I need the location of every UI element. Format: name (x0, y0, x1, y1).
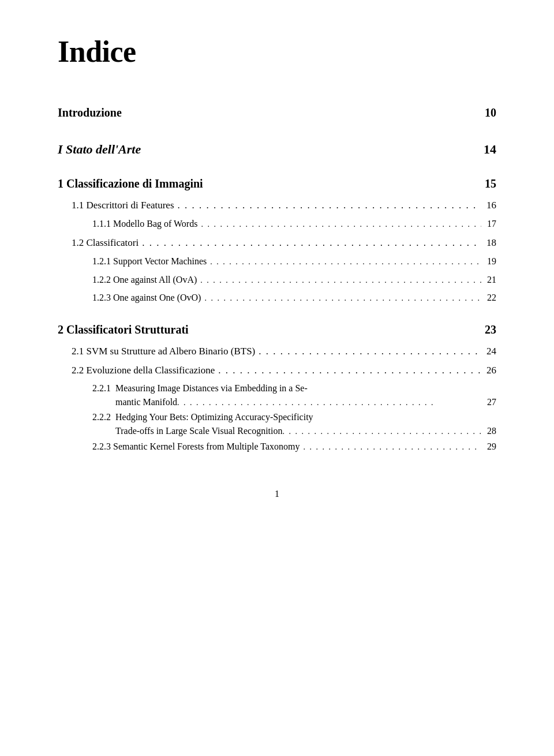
toc-dots-sec1-2-3 (204, 292, 481, 305)
toc-page-sec1-2-1: 19 (487, 254, 496, 269)
toc-entry-ch2: 2 Classificatori Strutturati 23 (58, 320, 496, 339)
toc-entry-sec1-2-1: 1.2.1 Support Vector Machines 19 (92, 254, 496, 269)
toc-dots-sec2-2 (218, 362, 481, 378)
toc-page-sec2-2-1: 27 (487, 395, 496, 409)
toc-entry-sec2-2-2: 2.2.2 Hedging Your Bets: Optimizing Accu… (92, 410, 496, 438)
toc-text-sec2-2-1: Measuring Image Distances via Embedding … (115, 381, 496, 409)
toc-dots-sec2-2-3 (303, 441, 481, 454)
toc-entry-sec1-2-2: 1.2.2 One against All (OvA) 21 (92, 272, 496, 287)
toc-page-sec1-1: 16 (486, 197, 496, 213)
toc-label-sec2-2-3: 2.2.3 Semantic Kernel Forests from Multi… (92, 439, 300, 454)
toc-label-sec1-1-1: 1.1.1 Modello Bag of Words (92, 216, 197, 231)
toc-dots-sec1-2-1 (210, 256, 481, 268)
toc-page-introduzione: 10 (485, 103, 496, 122)
toc-dots-sec1-2-2 (200, 274, 481, 287)
toc-label-introduzione: Introduzione (58, 103, 122, 122)
toc-entry-introduzione: Introduzione 10 (58, 103, 496, 122)
toc-entry-sec1-2-3: 1.2.3 One against One (OvO) 22 (92, 290, 496, 305)
toc-page-sec1-2-3: 22 (487, 290, 496, 305)
toc-entry-ch1: 1 Classificazione di Immagini 15 (58, 174, 496, 193)
toc-dots-sec1-2 (142, 235, 481, 250)
toc-entry-sec2-1: 2.1 SVM su Strutture ad Albero Binario (… (72, 343, 496, 359)
toc-entry-sec2-2-1: 2.2.1 Measuring Image Distances via Embe… (92, 381, 496, 409)
toc-entry-sec1-2: 1.2 Classificatori 18 (72, 235, 496, 250)
toc-label-sec1-2-3: 1.2.3 One against One (OvO) (92, 290, 201, 305)
toc-text-line1-sec2-2-1: Measuring Image Distances via Embedding … (115, 383, 308, 393)
toc-entry-sec2-2: 2.2 Evoluzione della Classificazione 26 (72, 362, 496, 378)
toc-label-sec1-2-2: 1.2.2 One against All (OvA) (92, 272, 197, 287)
page-footer: 1 (58, 489, 496, 499)
page-title: Indice (58, 35, 496, 69)
toc-entry-sec1-1: 1.1 Descrittori di Features 16 (72, 197, 496, 213)
toc-page-part-i: 14 (484, 139, 496, 159)
toc-label-sec1-2-1: 1.2.1 Support Vector Machines (92, 254, 207, 269)
toc-dots-sec1-1-1 (201, 218, 481, 231)
toc-label-ch2: 2 Classificatori Strutturati (58, 320, 189, 339)
toc-label-sec1-1: 1.1 Descrittori di Features (72, 197, 174, 213)
toc-page-sec2-2: 26 (486, 362, 496, 378)
toc-entry-sec2-2-3: 2.2.3 Semantic Kernel Forests from Multi… (92, 439, 496, 454)
toc-dots-sec1-1 (178, 197, 481, 213)
toc-page-sec1-2: 18 (486, 235, 496, 250)
toc-page-sec1-2-2: 21 (487, 272, 496, 287)
toc-dots-sec2-1 (259, 343, 481, 359)
toc-text-sec2-2-2: Hedging Your Bets: Optimizing Accuracy-S… (115, 410, 496, 438)
toc-entry-sec1-1-1: 1.1.1 Modello Bag of Words 17 (92, 216, 496, 231)
toc-text-line2-sec2-2-2: Trade-offs in Large Scale Visual Recogni… (115, 424, 283, 438)
toc-text-line2-sec2-2-1: mantic Manifold (115, 395, 177, 409)
toc-label-sec1-2: 1.2 Classificatori (72, 235, 138, 250)
toc-page-sec2-2-3: 29 (487, 439, 496, 454)
toc-number-sec2-2-1: 2.2.1 (92, 383, 111, 394)
toc-page-sec2-2-2: 28 (487, 424, 496, 438)
footer-page-number: 1 (275, 489, 279, 499)
toc-dots-sec2-2-2 (283, 425, 485, 437)
toc-page-sec2-1: 24 (486, 343, 496, 359)
toc-label-ch1: 1 Classificazione di Immagini (58, 174, 203, 193)
table-of-contents: Introduzione 10 I Stato dell'Arte 14 1 C… (58, 103, 496, 454)
toc-label-sec2-2: 2.2 Evoluzione della Classificazione (72, 362, 215, 378)
toc-page-ch1: 15 (485, 174, 496, 193)
toc-text-line1-sec2-2-2: Hedging Your Bets: Optimizing Accuracy-S… (115, 412, 313, 422)
toc-label-part-i: I Stato dell'Arte (58, 139, 141, 159)
toc-dots-sec2-2-1 (177, 396, 485, 409)
toc-page-sec1-1-1: 17 (487, 216, 496, 231)
toc-page-ch2: 23 (485, 320, 496, 339)
toc-number-sec2-2-2: 2.2.2 (92, 412, 111, 422)
toc-label-sec2-1: 2.1 SVM su Strutture ad Albero Binario (… (72, 343, 255, 359)
toc-entry-part-i: I Stato dell'Arte 14 (58, 139, 496, 159)
